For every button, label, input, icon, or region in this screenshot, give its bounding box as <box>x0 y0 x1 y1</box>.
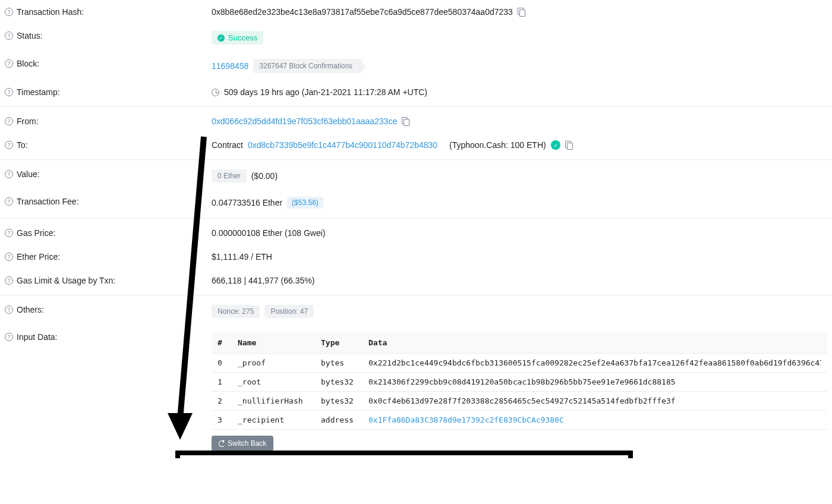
row-tx-hash: ? Transaction Hash: 0x8b8e68ed2e323be4c1… <box>0 0 832 24</box>
label-timestamp: Timestamp: <box>17 87 60 97</box>
copy-icon[interactable] <box>518 8 526 16</box>
ether-price-value: $1,111.49 / ETH <box>212 252 272 262</box>
label-others: Others: <box>17 305 44 314</box>
cell-type: bytes32 <box>321 377 363 386</box>
row-gas-price: ? Gas Price: 0.000000108 Ether (108 Gwei… <box>0 221 832 245</box>
label-value: Value: <box>17 169 40 179</box>
help-icon[interactable]: ? <box>5 32 13 40</box>
to-contract-name: (Typhoon.Cash: 100 ETH) <box>449 140 546 150</box>
input-table-row: 0_proofbytes0x221d2bc1ce449c94bdc6fbcb31… <box>212 354 827 373</box>
input-table-row: 3_recipientaddress0x1Ffa86Da83C3878d9e17… <box>212 411 827 430</box>
cell-idx: 3 <box>218 415 232 424</box>
help-icon[interactable]: ? <box>5 305 13 314</box>
status-text: Success <box>228 33 257 42</box>
nonce-pill: Nonce: 275 <box>212 305 260 318</box>
label-gas-price: Gas Price: <box>17 228 55 238</box>
row-block: ? Block: 11698458 3267647 Block Confirma… <box>0 52 832 80</box>
help-icon[interactable]: ? <box>5 59 13 68</box>
col-type: Type <box>321 338 363 347</box>
copy-icon[interactable] <box>402 117 410 125</box>
switch-back-label: Switch Back <box>228 439 266 448</box>
col-name: Name <box>238 338 315 347</box>
row-from: ? From: 0xd066c92d5dd4fd19e7f053cf63ebb0… <box>0 109 832 133</box>
cell-idx: 0 <box>218 358 232 367</box>
help-icon[interactable]: ? <box>5 229 13 237</box>
cell-idx: 2 <box>218 396 232 405</box>
cell-name: _recipient <box>238 415 315 424</box>
input-table-row: 2_nullifierHashbytes320x0cf4eb613d97e28f… <box>212 392 827 411</box>
to-prefix: Contract <box>212 140 243 150</box>
help-icon[interactable]: ? <box>5 253 13 261</box>
cell-type: bytes <box>321 358 363 367</box>
label-to: To: <box>17 140 28 150</box>
row-input-data: ? Input Data: # Name Type Data 0_proofby… <box>0 325 832 458</box>
help-icon[interactable]: ? <box>5 88 13 96</box>
label-status: Status: <box>17 31 43 40</box>
help-icon[interactable]: ? <box>5 141 13 149</box>
cell-data: 0x221d2bc1ce449c94bdc6fbcb313600515fca00… <box>368 358 821 367</box>
label-gas-limit: Gas Limit & Usage by Txn: <box>17 276 115 285</box>
help-icon[interactable]: ? <box>5 170 13 178</box>
status-badge: ✓ Success <box>212 31 263 45</box>
gas-price-value: 0.000000108 Ether (108 Gwei) <box>212 228 325 238</box>
label-block: Block: <box>17 59 39 68</box>
cell-data: 0x0cf4eb613d97e28f7f203388c2856465c5ec54… <box>368 396 821 405</box>
help-icon[interactable]: ? <box>5 8 13 16</box>
row-ether-price: ? Ether Price: $1,111.49 / ETH <box>0 245 832 269</box>
cell-idx: 1 <box>218 377 232 386</box>
fee-usd-pill: ($53.56) <box>287 197 323 209</box>
cell-name: _root <box>238 377 315 386</box>
block-confirmations-pill: 3267647 Block Confirmations <box>253 59 362 73</box>
help-icon[interactable]: ? <box>5 197 13 206</box>
input-table-header: # Name Type Data <box>212 332 827 354</box>
from-address-link[interactable]: 0xd066c92d5dd4fd19e7f053cf63ebb01aaaa233… <box>212 116 397 126</box>
undo-icon <box>219 440 225 447</box>
label-fee: Transaction Fee: <box>17 197 79 206</box>
row-value: ? Value: 0 Ether ($0.00) <box>0 162 832 190</box>
row-timestamp: ? Timestamp: 509 days 19 hrs ago (Jan-21… <box>0 80 832 107</box>
cell-type: bytes32 <box>321 396 363 405</box>
label-from: From: <box>17 116 39 126</box>
cell-data[interactable]: 0x1Ffa86Da83C3878d9e17392c2fE839CbCAc938… <box>368 415 821 424</box>
gas-limit-value: 666,118 | 441,977 (66.35%) <box>212 276 314 285</box>
input-table-row: 1_rootbytes320x214306f2299cbb9c08d419120… <box>212 373 827 392</box>
value-usd: ($0.00) <box>251 171 278 181</box>
timestamp-value: 509 days 19 hrs ago (Jan-21-2021 11:17:2… <box>224 87 427 97</box>
check-icon: ✓ <box>218 34 225 42</box>
help-icon[interactable]: ? <box>5 276 13 285</box>
col-idx: # <box>218 338 232 347</box>
copy-icon[interactable] <box>565 141 573 149</box>
cell-name: _nullifierHash <box>238 396 315 405</box>
block-number-link[interactable]: 11698458 <box>212 61 248 71</box>
row-to: ? To: Contract 0xd8cb7339b5e9fc1c4477b4c… <box>0 133 832 160</box>
clock-icon <box>212 89 219 96</box>
value-eth-pill: 0 Ether <box>212 169 247 182</box>
help-icon[interactable]: ? <box>5 117 13 125</box>
cell-name: _proof <box>238 358 315 367</box>
position-pill: Position: 47 <box>264 305 314 318</box>
col-data: Data <box>368 338 821 347</box>
help-icon[interactable]: ? <box>5 333 13 341</box>
row-status: ? Status: ✓ Success <box>0 24 832 52</box>
row-fee: ? Transaction Fee: 0.047733516 Ether ($5… <box>0 190 832 219</box>
cell-data: 0x214306f2299cbb9c08d419120a50bcac1b98b2… <box>368 377 821 386</box>
label-tx-hash: Transaction Hash: <box>17 7 84 17</box>
tx-hash-value: 0x8b8e68ed2e323be4c13e8a973817af55ebe7c6… <box>212 7 513 17</box>
verified-icon: ✓ <box>551 140 560 150</box>
row-others: ? Others: Nonce: 275 Position: 47 <box>0 298 832 325</box>
fee-eth: 0.047733516 Ether <box>212 198 282 207</box>
label-input-data: Input Data: <box>17 332 58 342</box>
label-ether-price: Ether Price: <box>17 252 60 262</box>
row-gas-limit: ? Gas Limit & Usage by Txn: 666,118 | 44… <box>0 269 832 295</box>
switch-back-button[interactable]: Switch Back <box>212 436 273 451</box>
cell-type: address <box>321 415 363 424</box>
to-address-link[interactable]: 0xd8cb7339b5e9fc1c4477b4c900110d74b72b48… <box>248 140 437 150</box>
